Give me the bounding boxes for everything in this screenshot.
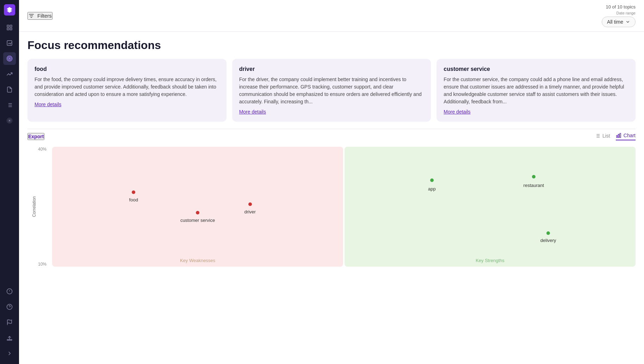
sidebar <box>0 0 19 364</box>
sidebar-item-list[interactable] <box>3 99 16 111</box>
y-axis-label: Correlation <box>32 196 37 217</box>
data-point-app <box>430 178 434 182</box>
sidebar-item-analytics[interactable] <box>3 37 16 49</box>
sidebar-bottom <box>3 285 16 360</box>
data-point-restaurant-label: restaurant <box>524 183 544 188</box>
sidebar-item-expand[interactable] <box>3 347 16 360</box>
rec-card-text-customer-service: For the customer service, the company co… <box>444 76 628 105</box>
data-point-customer-service <box>196 211 199 214</box>
chart-view-button[interactable]: Chart <box>616 133 636 140</box>
data-point-food <box>132 190 135 194</box>
chart-panels: food customer service driver Key Weaknes… <box>52 147 636 267</box>
rec-card-food: food For the food, the company could imp… <box>27 59 227 122</box>
chevron-down-icon <box>625 19 630 24</box>
svg-point-7 <box>9 58 10 59</box>
svg-rect-3 <box>10 28 12 30</box>
svg-rect-2 <box>7 28 9 30</box>
list-icon <box>595 133 600 139</box>
sidebar-item-help[interactable] <box>3 301 16 313</box>
sidebar-item-import[interactable] <box>3 332 16 344</box>
rec-card-customer-service: customer service For the customer servic… <box>436 59 636 122</box>
rec-card-topic-customer-service: customer service <box>444 66 628 72</box>
data-point-driver-label: driver <box>244 209 256 214</box>
list-label: List <box>602 133 610 139</box>
svg-rect-34 <box>620 133 621 138</box>
sidebar-item-radar[interactable] <box>3 114 16 127</box>
svg-point-6 <box>8 57 11 60</box>
rec-card-text-driver: For the driver, the company could implem… <box>239 76 424 105</box>
svg-rect-22 <box>7 340 12 340</box>
rec-card-link-customer-service[interactable]: More details <box>444 109 470 115</box>
view-toggle: List Chart <box>595 133 636 140</box>
strength-panel-label: Key Strengths <box>476 258 504 263</box>
chart-container: 40% Correlation 10% food customer servic… <box>42 147 636 267</box>
chart-area: 40% Correlation 10% food customer servic… <box>27 147 636 267</box>
sidebar-item-document[interactable] <box>3 83 16 96</box>
rec-card-driver: driver For the driver, the company could… <box>232 59 431 122</box>
svg-point-14 <box>9 120 10 121</box>
strength-panel: app restaurant delivery Key Strengths <box>345 147 636 267</box>
rec-card-link-driver[interactable]: More details <box>239 109 266 115</box>
header: Filters 10 of 10 topics Date range All t… <box>19 0 644 32</box>
data-point-customer-service-label: customer service <box>180 218 215 223</box>
date-range-label: Date range <box>617 11 636 15</box>
export-button[interactable]: Export <box>27 133 44 140</box>
data-point-restaurant <box>532 175 535 178</box>
data-point-food-label: food <box>129 197 138 202</box>
sidebar-logo[interactable] <box>4 4 15 16</box>
weakness-panel-label: Key Weaknesses <box>180 258 215 263</box>
chart-icon <box>616 133 621 138</box>
data-point-app-label: app <box>428 186 436 192</box>
content-area: Focus recommendations food For the food,… <box>19 32 644 364</box>
svg-rect-32 <box>617 135 618 138</box>
page-title: Focus recommendations <box>27 39 636 52</box>
main-content: Filters 10 of 10 topics Date range All t… <box>19 0 644 364</box>
y-axis-top: 40% <box>38 147 47 152</box>
rec-card-topic-food: food <box>35 66 219 72</box>
svg-rect-0 <box>7 25 9 27</box>
filters-label: Filters <box>37 13 52 19</box>
rec-card-text-food: For the food, the company could improve … <box>35 76 219 98</box>
svg-rect-1 <box>10 25 12 27</box>
data-point-delivery-label: delivery <box>540 238 556 243</box>
filters-button[interactable]: Filters <box>27 12 52 20</box>
data-point-delivery <box>546 231 550 235</box>
chart-label: Chart <box>624 133 636 138</box>
filters-icon <box>28 13 35 19</box>
recommendations-grid: food For the food, the company could imp… <box>27 59 636 122</box>
sidebar-item-dashboard[interactable] <box>3 21 16 34</box>
list-view-button[interactable]: List <box>595 133 610 140</box>
sidebar-item-target[interactable] <box>3 52 16 65</box>
weakness-panel: food customer service driver Key Weaknes… <box>52 147 343 267</box>
sidebar-item-trending[interactable] <box>3 68 16 80</box>
y-axis-bottom: 10% <box>38 262 47 267</box>
date-range-button[interactable]: All time <box>602 17 636 27</box>
date-range-value: All time <box>607 19 623 25</box>
svg-rect-33 <box>618 134 619 138</box>
chart-toolbar: Export List Chart <box>27 129 636 144</box>
sidebar-item-alert[interactable] <box>3 285 16 298</box>
rec-card-link-food[interactable]: More details <box>35 102 61 107</box>
data-point-driver <box>248 202 252 206</box>
sidebar-item-flag[interactable] <box>3 316 16 329</box>
topics-count: 10 of 10 topics <box>606 4 636 10</box>
header-right: 10 of 10 topics Date range All time <box>602 4 636 27</box>
rec-card-topic-driver: driver <box>239 66 424 72</box>
